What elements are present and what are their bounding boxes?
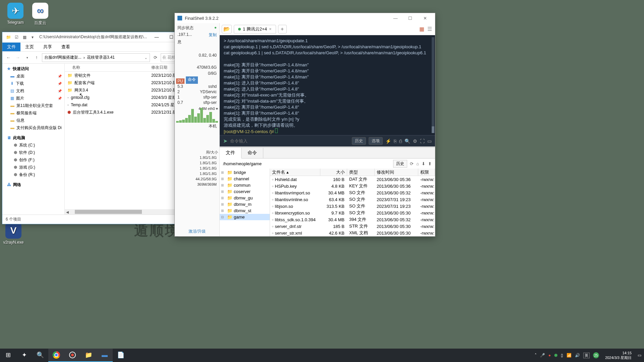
remote-file-row[interactable]: ▫server_str.xml42.6 KBXML 文档2013/06/30 0… [270,230,435,236]
remote-file-row[interactable]: ▫libtss_sdk.so.1.0.39430.4 MB394 文件2013/… [270,216,435,223]
sidebar-drive-g[interactable]: ⬢游戏 (G:) [2,164,64,171]
taskbar-clock[interactable]: 14:15 2024/3/3 星期日 [602,351,634,360]
breadcrumb-2[interactable]: 花枝登录器3.41 [87,55,115,60]
fcol-mtime[interactable]: 修改时间 [375,169,418,176]
taskbar-explorer[interactable]: 📁 [80,349,97,362]
sidebar-item-downloads[interactable]: ⬇下载📌 [2,80,64,87]
tray-badge[interactable]: 25 [593,352,599,358]
fs-close-button[interactable]: ✕ [418,13,432,23]
start-button[interactable]: ⊞ [0,349,16,362]
monitor-icon[interactable]: ▭ [427,138,432,144]
nav-history-button[interactable]: ▾ [23,54,31,62]
remote-file-row[interactable]: ▫HSPub.key4.8 KBKEY 文件2013/06/30 05:36-r… [270,183,435,189]
taskbar-finalshell[interactable]: ▬ [97,349,113,362]
remote-file-row[interactable]: ▫server_dnf.str185 BSTR 文件2013/06/30 05:… [270,223,435,230]
dropdown-icon[interactable]: ▾ [30,35,35,40]
taskbar-obs[interactable] [64,349,80,362]
file-tab[interactable]: 文件 [220,148,241,159]
cpu-tab[interactable]: PU [176,78,184,84]
task-view-button[interactable]: ✦ [16,349,32,362]
grid-view-icon[interactable]: ▦ [418,26,425,33]
tree-item[interactable]: ⊞📁dbmw_gu [220,195,270,201]
tree-item[interactable]: ⊟📁game [220,214,270,220]
process-row[interactable]: 0.7sftp-ser [176,100,218,105]
col-name[interactable]: 名称 [65,65,149,70]
ribbon-view-tab[interactable]: 查看 [57,43,75,51]
tray-volume-icon[interactable]: 🔊 [575,353,580,358]
send-arrow-icon[interactable]: ➤ [223,138,227,144]
new-tab-button[interactable]: + [278,25,287,34]
fcol-type[interactable]: 类型 [347,169,375,176]
term-scrollbar[interactable] [432,37,434,133]
gear-icon[interactable]: ⚙ [413,138,417,144]
copy-ip-link[interactable]: 复制 [209,32,217,38]
address-bar[interactable]: 台服dnf网服搭建架... › 花枝登录器3.41 ⌄ [42,53,150,62]
download-icon[interactable]: ⬇ [422,161,425,166]
ribbon-file-tab[interactable]: 文件 [2,43,20,51]
history-button[interactable]: 历史 [352,137,366,145]
options-button[interactable]: 选项 [369,137,383,145]
upload-icon[interactable]: ⬆ [428,161,432,166]
sidebar-item-folder3[interactable]: ▬信息 [2,117,64,124]
explorer-titlebar[interactable]: 📁 ☑ ▦ ▾ C:\Users\Administrator\Desktop\台… [2,32,195,42]
cmd-tab-2[interactable]: 命令 [241,148,263,158]
paste-icon[interactable]: ⎙ [399,138,402,144]
fcol-perm[interactable]: 权限 [418,169,435,176]
tree-item[interactable]: ⊞📁bridge [220,169,270,176]
activate-link[interactable]: 激活/升级 [175,229,219,234]
tree-item[interactable]: ⊞📁coserver [220,188,270,195]
sidebar-this-pc[interactable]: 🖥此电脑 [2,134,64,141]
tray-notifications-icon[interactable]: ▭ [638,353,641,358]
tray-ime[interactable]: 英 [583,353,590,358]
nav-back-button[interactable]: ← [4,54,12,62]
refresh-button[interactable]: ⟳ [151,54,159,62]
copy-icon[interactable]: ⎘ [394,138,396,144]
bolt-icon[interactable]: ⚡ [385,138,391,144]
remote-file-row[interactable]: ▫libjson.so313.5 KBSO 文件2023/07/31 19:23… [270,203,435,209]
path-input[interactable] [223,161,392,166]
remote-file-row[interactable]: ▫libantisvrinline.so63.4 KBSO 文件2023/07/… [270,196,435,203]
folder-open-button[interactable]: 📂 [222,25,232,34]
remote-file-row[interactable]: ▫Hshield.dat160 BDAT 文件2013/06/30 05:36-… [270,176,435,183]
sidebar-drive-r[interactable]: ⬢备份 (R:) [2,171,64,178]
nav-up-button[interactable]: ↑ [33,54,41,62]
list-view-icon[interactable]: ☰ [426,26,433,33]
sidebar-drive-d[interactable]: ⬢软件 (D:) [2,149,64,156]
fs-minimize-button[interactable]: — [388,13,403,23]
refresh-icon[interactable]: ⟳ [410,161,414,166]
tab-close-icon[interactable]: × [269,26,272,32]
breadcrumb-1[interactable]: 台服dnf网服搭建架... [44,55,82,60]
fs-maximize-button[interactable]: ☐ [403,13,418,23]
remote-file-row[interactable]: ▫libantisvrimport.so30.4 MBSO 文件2013/06/… [270,189,435,196]
desktop-icon-baiduyun[interactable]: ∞ 百度云 [29,3,52,26]
search-icon[interactable]: 🔍 [405,138,410,144]
tray-record-icon[interactable]: ● [548,353,551,358]
remote-file-row[interactable]: ▫libnxencryption.so9.7 KBSO 文件2013/06/30… [270,209,435,216]
session-tab[interactable]: 1 腾讯云2+4 × [234,25,276,34]
process-row[interactable]: 2YDServic [176,89,218,95]
path-history-button[interactable]: 历史 [393,160,407,168]
sidebar-item-folder1[interactable]: ▬第11期全职业天空套 [2,102,64,109]
sidebar-item-desktop[interactable]: ▬桌面📌 [2,72,64,80]
sidebar-drive-c[interactable]: ⬢系统 (C:) [2,141,64,149]
sidebar-item-folder4[interactable]: ▬支付购买会员组商业版 Di [2,124,64,131]
search-button[interactable]: 🔍 [32,349,48,362]
checkbox-icon[interactable]: ☑ [14,35,19,40]
desktop-icon-v2rayn[interactable]: V v2rayN.exe [2,223,25,245]
process-row[interactable]: 5.3sshd [176,84,218,89]
minimize-button[interactable]: — [149,32,164,42]
sidebar-item-pictures[interactable]: ▦图片📌 [2,95,64,102]
fullscreen-icon[interactable]: ⛶ [420,138,425,144]
desktop-icon-telegram[interactable]: ✈ Telegram [4,3,27,25]
tree-item[interactable]: ⊞📁commun [220,182,270,188]
tree-item[interactable]: ⊞📁dbmw_st [220,207,270,214]
sidebar-quick-access[interactable]: ★快速访问 [2,65,64,72]
tray-battery-icon[interactable]: ▯ [561,353,563,358]
command-input[interactable] [230,138,349,143]
tray-chevron-icon[interactable]: ˄ [535,353,537,358]
tray-mic-icon[interactable]: 🎤 [540,353,545,358]
cmd-tab[interactable]: 命令 [186,76,198,84]
home-icon[interactable]: ⌂ [416,161,419,166]
fcol-size[interactable]: 大小 [320,169,347,176]
tray-app-icon[interactable]: ⬢ [554,353,557,358]
